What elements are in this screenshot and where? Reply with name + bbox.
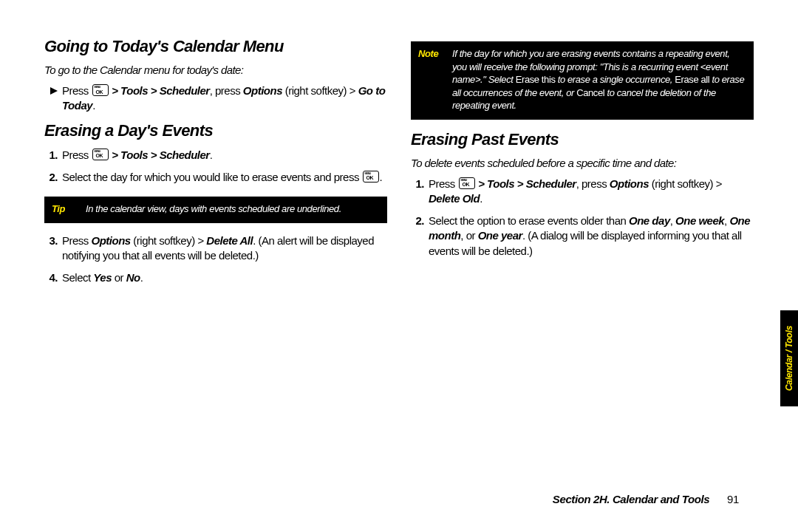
step-number: 1. [44, 148, 62, 163]
page-number: 91 [727, 493, 739, 505]
step-2: 2. Select the day for which you would li… [44, 170, 387, 185]
note-callout: Note If the day for which you are erasin… [411, 41, 754, 120]
heading-erasing-day: Erasing a Day's Events [44, 121, 387, 140]
right-column: Note If the day for which you are erasin… [411, 37, 754, 502]
step-3: 3. Press Options (right softkey) > Delet… [44, 233, 387, 264]
step-number: 2. [44, 170, 62, 185]
tip-body: In the calendar view, days with events s… [86, 202, 380, 216]
side-tab-label: Calendar / Tools [784, 326, 794, 391]
step-1: 1. Press > Tools > Scheduler. [44, 148, 387, 163]
step-number: 4. [44, 270, 62, 285]
bullet-item: Press > Tools > Scheduler, press Options… [44, 83, 387, 114]
note-tag: Note [418, 47, 452, 112]
page-footer: Section 2H. Calendar and Tools 91 [553, 493, 739, 505]
step-1: 1. Press > Tools > Scheduler, press Opti… [411, 177, 754, 207]
tip-tag: Tip [52, 202, 86, 216]
footer-section: Section 2H. Calendar and Tools [553, 493, 710, 505]
step-4: 4. Select Yes or No. [44, 270, 387, 285]
heading-going-today: Going to Today's Calendar Menu [44, 37, 387, 56]
step-number: 3. [44, 233, 62, 264]
arrow-icon [44, 83, 62, 114]
intro-going-today: To go to the Calendar menu for today's d… [44, 64, 387, 76]
left-column: Going to Today's Calendar Menu To go to … [44, 37, 387, 502]
note-body: If the day for which you are erasing eve… [452, 47, 746, 112]
step-number: 1. [411, 177, 429, 207]
menu-ok-key-icon [459, 177, 475, 189]
side-tab: Calendar / Tools [780, 310, 798, 406]
menu-ok-key-icon [92, 84, 109, 96]
bullet-text: Press > Tools > Scheduler, press Options… [62, 83, 387, 114]
intro-erasing-past: To delete events scheduled before a spec… [411, 157, 754, 169]
step-2: 2. Select the option to erase events old… [411, 214, 754, 259]
menu-ok-key-icon [363, 171, 379, 183]
heading-erasing-past: Erasing Past Events [411, 130, 754, 149]
menu-ok-key-icon [92, 149, 109, 160]
step-number: 2. [411, 214, 429, 259]
tip-callout: Tip In the calendar view, days with even… [44, 197, 387, 223]
page-body: Going to Today's Calendar Menu To go to … [0, 0, 798, 532]
svg-marker-0 [50, 87, 58, 95]
